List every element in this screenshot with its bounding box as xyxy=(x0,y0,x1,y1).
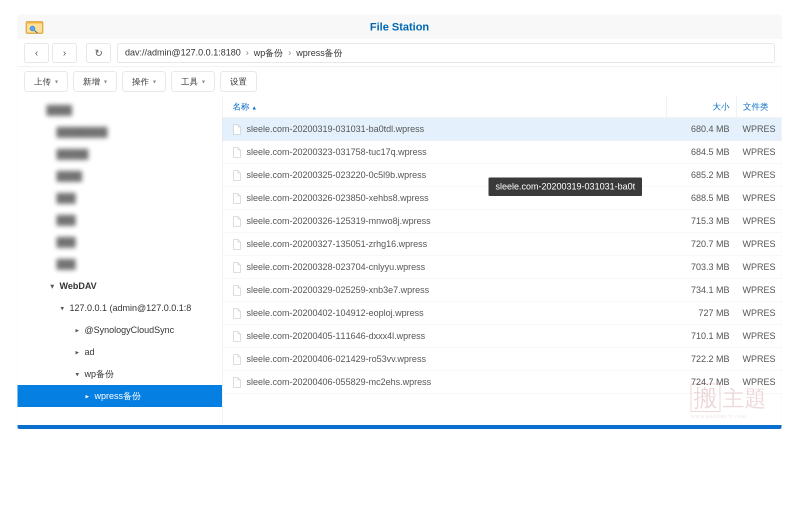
file-size: 720.7 MB xyxy=(666,239,736,250)
file-name: sleele.com-20200328-023704-cnlyyu.wpress xyxy=(246,262,425,272)
upload-button[interactable]: 上传▾ xyxy=(24,72,68,92)
caret-down-icon: ▾ xyxy=(104,78,107,85)
file-icon xyxy=(232,377,242,388)
file-row[interactable]: sleele.com-20200319-031031-ba0tdl.wpress… xyxy=(222,118,782,141)
file-row[interactable]: sleele.com-20200326-125319-mnwo8j.wpress… xyxy=(222,210,782,233)
triangle-down-icon: ▾ xyxy=(46,282,58,290)
chevron-left-icon: ‹ xyxy=(35,47,38,58)
file-row[interactable]: sleele.com-20200406-021429-ro53vv.wpress… xyxy=(222,348,782,371)
file-name-cell: sleele.com-20200328-023704-cnlyyu.wpress xyxy=(222,262,666,273)
file-row[interactable]: sleele.com-20200328-023704-cnlyyu.wpress… xyxy=(222,256,782,279)
tree-item-blurred[interactable]: ███ xyxy=(18,209,222,231)
file-row[interactable]: sleele.com-20200402-104912-eoploj.wpress… xyxy=(222,302,782,325)
sidebar[interactable]: ████ ████████ █████ ████ ███ ███ ███ ███… xyxy=(18,96,222,429)
breadcrumb-folder-1[interactable]: wp备份 xyxy=(254,47,283,59)
file-type: WPRES xyxy=(736,216,782,226)
triangle-down-icon: ▾ xyxy=(72,370,82,378)
file-name: sleele.com-20200402-104912-eoploj.wpress xyxy=(246,308,424,318)
file-name: sleele.com-20200326-023850-xehbs8.wpress xyxy=(246,193,428,204)
file-type: WPRES xyxy=(736,239,782,250)
file-icon xyxy=(232,216,242,227)
tree-item-ad[interactable]: ▸ ad xyxy=(18,341,222,363)
refresh-button[interactable]: ↻ xyxy=(86,43,110,63)
caret-down-icon: ▾ xyxy=(55,78,58,85)
tree-item-webdav[interactable]: ▾ WebDAV xyxy=(18,275,222,297)
file-type: WPRES xyxy=(736,285,782,296)
file-icon xyxy=(232,354,242,365)
folder-search-icon xyxy=(26,20,44,34)
file-type: WPRES xyxy=(736,124,782,134)
svg-point-2 xyxy=(30,26,35,31)
file-type: WPRES xyxy=(736,262,782,272)
column-type[interactable]: 文件类 xyxy=(736,96,782,118)
forward-button[interactable]: › xyxy=(52,43,76,63)
file-size: 680.4 MB xyxy=(666,124,736,134)
tree-item-cloudsync[interactable]: ▸ @SynologyCloudSync xyxy=(18,319,222,341)
tree-item-blurred[interactable]: ████████ xyxy=(18,121,222,143)
file-row[interactable]: sleele.com-20200405-111646-dxxx4l.wpress… xyxy=(222,325,782,348)
file-type: WPRES xyxy=(736,331,782,342)
file-name-cell: sleele.com-20200323-031758-tuc17q.wpress xyxy=(222,147,666,158)
chevron-right-icon: › xyxy=(288,48,291,58)
file-name-cell: sleele.com-20200329-025259-xnb3e7.wpress xyxy=(222,285,666,296)
tree-item-blurred[interactable]: ████ xyxy=(18,165,222,187)
triangle-right-icon: ▸ xyxy=(72,348,82,356)
column-name[interactable]: 名称▲ xyxy=(222,101,666,112)
table-header: 名称▲ 大小 文件类 xyxy=(222,96,782,118)
file-icon xyxy=(232,147,242,158)
file-type: WPRES xyxy=(736,308,782,318)
triangle-right-icon: ▸ xyxy=(72,326,82,334)
file-name-cell: sleele.com-20200327-135051-zrhg16.wpress xyxy=(222,239,666,250)
file-name-cell: sleele.com-20200326-125319-mnwo8j.wpress xyxy=(222,216,666,227)
breadcrumb-folder-2[interactable]: wpress备份 xyxy=(296,47,342,59)
file-icon xyxy=(232,193,242,204)
file-icon xyxy=(232,239,242,250)
add-button[interactable]: 新增▾ xyxy=(74,72,116,92)
file-size: 688.5 MB xyxy=(666,193,736,204)
file-name: sleele.com-20200406-055829-mc2ehs.wpress xyxy=(246,377,431,388)
column-size[interactable]: 大小 xyxy=(666,96,736,118)
file-type: WPRES xyxy=(736,193,782,204)
file-name-cell: sleele.com-20200405-111646-dxxx4l.wpress xyxy=(222,331,666,342)
tree-item-host[interactable]: ▾ 127.0.0.1 (admin@127.0.0.1:8 xyxy=(18,297,222,319)
triangle-down-icon: ▾ xyxy=(56,304,68,312)
tree-item-blurred[interactable]: ███ xyxy=(18,253,222,275)
file-list: 名称▲ 大小 文件类 sleele.com-20200319-031031-ba… xyxy=(222,96,782,429)
file-icon xyxy=(232,170,242,181)
back-button[interactable]: ‹ xyxy=(24,43,48,63)
triangle-right-icon: ▸ xyxy=(82,392,92,400)
tree-item-wpressbackup[interactable]: ▸ wpress备份 xyxy=(18,385,222,407)
tree-item-blurred[interactable]: █████ xyxy=(18,143,222,165)
breadcrumb[interactable]: dav://admin@127.0.0.1:8180 › wp备份 › wpre… xyxy=(118,43,774,63)
file-name-cell: sleele.com-20200319-031031-ba0tdl.wpress xyxy=(222,124,666,135)
tree-item-blurred[interactable]: ████ xyxy=(18,99,222,121)
file-name: sleele.com-20200329-025259-xnb3e7.wpress xyxy=(246,285,429,296)
tree-item-blurred[interactable]: ███ xyxy=(18,231,222,253)
file-row[interactable]: sleele.com-20200329-025259-xnb3e7.wpress… xyxy=(222,279,782,302)
file-size: 722.2 MB xyxy=(666,354,736,364)
tree-item-blurred[interactable]: ███ xyxy=(18,187,222,209)
settings-button[interactable]: 设置 xyxy=(220,72,256,92)
file-size: 685.2 MB xyxy=(666,170,736,180)
tree-item-wpbackup[interactable]: ▾ wp备份 xyxy=(18,363,222,385)
file-size: 710.1 MB xyxy=(666,331,736,342)
file-name: sleele.com-20200325-023220-0c5l9b.wpress xyxy=(246,170,426,180)
file-name: sleele.com-20200319-031031-ba0tdl.wpress xyxy=(246,124,424,134)
breadcrumb-root[interactable]: dav://admin@127.0.0.1:8180 xyxy=(125,48,240,58)
file-icon xyxy=(232,331,242,342)
sort-asc-icon: ▲ xyxy=(252,104,257,110)
file-row[interactable]: sleele.com-20200323-031758-tuc17q.wpress… xyxy=(222,141,782,164)
tool-button[interactable]: 工具▾ xyxy=(172,72,214,92)
file-icon xyxy=(232,308,242,319)
file-name-cell: sleele.com-20200406-021429-ro53vv.wpress xyxy=(222,354,666,365)
file-icon xyxy=(232,285,242,296)
file-name-cell: sleele.com-20200406-055829-mc2ehs.wpress xyxy=(222,377,666,388)
file-type: WPRES xyxy=(736,147,782,158)
file-station-window: File Station ‹ › ↻ dav://admin@127.0.0.1… xyxy=(18,15,782,429)
titlebar: File Station xyxy=(18,15,782,39)
chevron-right-icon: › xyxy=(246,48,248,58)
file-name-cell: sleele.com-20200402-104912-eoploj.wpress xyxy=(222,308,666,319)
file-icon xyxy=(232,124,242,135)
file-row[interactable]: sleele.com-20200327-135051-zrhg16.wpress… xyxy=(222,233,782,256)
action-button[interactable]: 操作▾ xyxy=(122,72,166,92)
